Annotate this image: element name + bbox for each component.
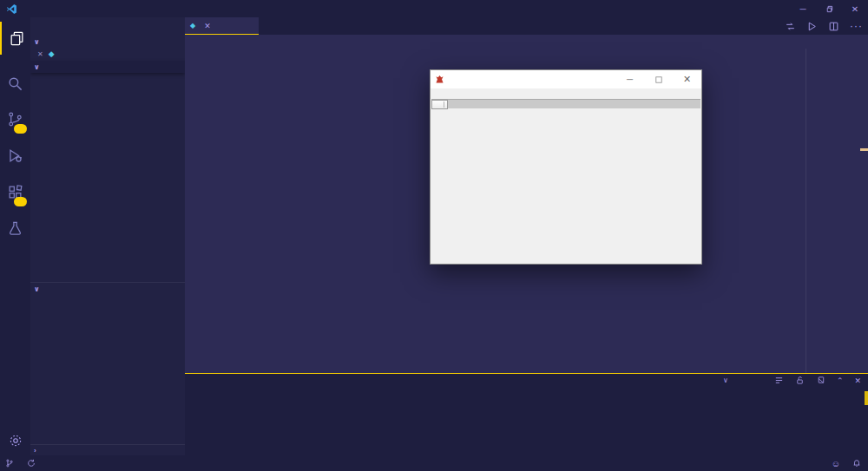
chevron-right-icon: › [34,447,36,455]
minimap-separator [806,49,806,373]
extensions-icon[interactable] [0,175,30,208]
minimap[interactable] [807,49,868,373]
panel-scrollbar[interactable] [865,391,868,405]
scale-slider-trough[interactable] [431,99,700,108]
maven-projects-header[interactable]: › [30,444,185,455]
restore-button[interactable] [816,0,842,17]
search-icon[interactable] [0,67,30,100]
notifications-bell-icon[interactable] [852,459,861,468]
close-button[interactable]: ✕ [842,0,868,17]
chevron-down-icon: ∨ [34,63,40,71]
overview-ruler-mark [860,148,868,151]
output-line [193,393,221,419]
vscode-window: ─ ✕ [0,0,868,471]
tk-titlebar[interactable]: ─ ✕ [431,70,701,88]
outline-header[interactable]: ∨ [30,282,185,296]
open-changes-icon[interactable] [785,21,796,32]
chevron-down-icon: ∨ [34,285,40,293]
status-bar: ☺ [0,455,868,471]
scm-badge [14,124,27,134]
feedback-smiley-icon[interactable]: ☺ [832,459,840,468]
run-debug-icon[interactable] [0,139,30,172]
close-icon[interactable]: ✕ [37,50,43,58]
explorer-sidebar: ∨ ✕ ◆ ∨ ∨ › [30,17,185,455]
sync-icon [27,459,36,468]
open-editor-item[interactable]: ✕ ◆ [30,48,185,61]
folder-section-header[interactable]: ∨ [30,61,185,73]
minimize-button[interactable]: ─ [790,0,816,17]
bottom-panel: ∨ ⌃ ✕ [185,373,868,455]
output-channel-dropdown[interactable]: ∨ [700,376,728,384]
git-branch-icon [5,459,14,468]
more-actions-icon[interactable]: ··· [850,20,863,32]
run-python-file-icon[interactable] [806,21,818,32]
breadcrumb [185,35,868,49]
open-editors-header[interactable]: ∨ [30,36,185,48]
split-editor-icon[interactable] [828,21,839,32]
chevron-down-icon: ∨ [723,376,728,384]
scales-app-icon [436,75,444,83]
git-branch-status[interactable] [5,459,16,468]
tab-scales-py[interactable]: ◆ ✕ [185,17,259,35]
word-wrap-icon[interactable] [774,376,784,385]
tk-maximize-button[interactable] [644,70,673,88]
sync-status[interactable] [27,459,38,468]
extensions-badge [14,197,27,206]
unlock-icon[interactable] [795,376,805,385]
close-panel-icon[interactable]: ✕ [854,376,861,385]
tab-bar: ◆ ✕ ··· [185,17,868,35]
tk-minimize-button[interactable]: ─ [615,70,644,88]
tab-close-icon[interactable]: ✕ [204,22,211,30]
python-file-icon: ◆ [190,22,195,29]
python-file-icon: ◆ [49,50,56,58]
clear-output-icon[interactable] [816,376,825,385]
titlebar: ─ ✕ [0,0,868,17]
test-icon[interactable] [0,212,30,245]
settings-gear-icon[interactable] [0,433,30,448]
tk-close-button[interactable]: ✕ [673,70,701,88]
maximize-panel-icon[interactable]: ⌃ [837,376,844,385]
tkinter-scales-window[interactable]: ─ ✕ [430,69,702,265]
source-control-icon[interactable] [0,102,30,135]
activity-bar [0,17,30,455]
scale-slider-handle[interactable] [431,100,448,109]
vscode-logo-icon [6,3,17,15]
chevron-down-icon: ∨ [34,38,40,46]
explorer-icon[interactable] [0,22,32,55]
